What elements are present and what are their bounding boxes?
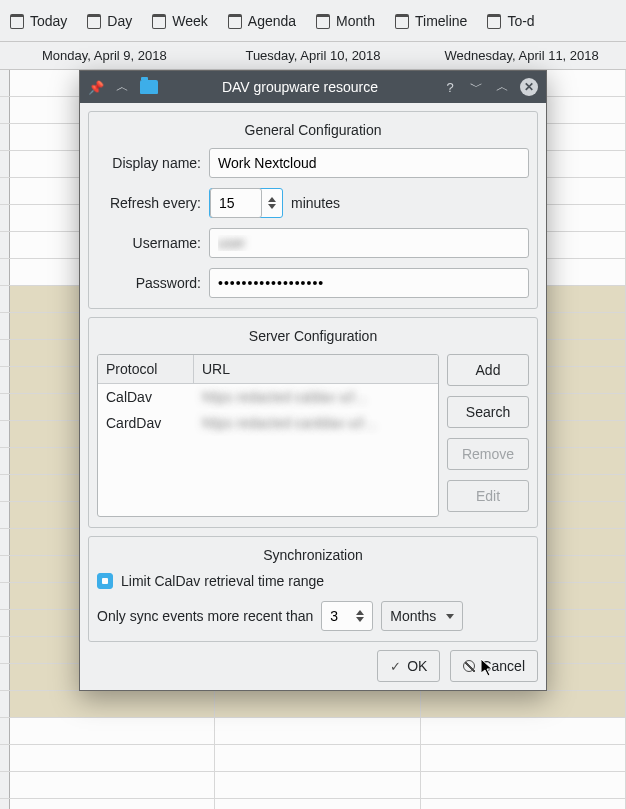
spin-down-icon[interactable] (268, 204, 276, 209)
username-input[interactable] (209, 228, 529, 258)
day-header: Monday, April 9, 2018 (0, 42, 209, 69)
display-name-input[interactable] (209, 148, 529, 178)
month-label: Month (336, 13, 375, 29)
chevron-down-icon (446, 614, 454, 619)
week-label: Week (172, 13, 208, 29)
month-button[interactable]: Month (308, 9, 383, 33)
todo-button[interactable]: To-d (479, 9, 542, 33)
sync-heading: Synchronization (97, 547, 529, 563)
limit-range-label: Limit CalDav retrieval time range (121, 573, 324, 589)
todo-label: To-d (507, 13, 534, 29)
general-config-heading: General Configuration (97, 122, 529, 138)
recent-spinbox[interactable] (321, 601, 373, 631)
edit-label: Edit (476, 488, 500, 504)
today-label: Today (30, 13, 67, 29)
refresh-spinbox[interactable] (209, 188, 283, 218)
password-input[interactable] (209, 268, 529, 298)
display-name-label: Display name: (97, 155, 201, 171)
calendar-icon (228, 14, 242, 28)
dialog-titlebar[interactable]: 📌 ︿ DAV groupware resource ? ﹀ ︿ ✕ (80, 71, 546, 103)
day-header: Wednesday, April 11, 2018 (417, 42, 626, 69)
recent-label: Only sync events more recent than (97, 608, 313, 624)
ok-label: OK (407, 658, 427, 674)
dialog-title: DAV groupware resource (168, 79, 432, 95)
spin-up-icon[interactable] (268, 197, 276, 202)
sync-group: Synchronization Limit CalDav retrieval t… (88, 536, 538, 642)
check-icon (390, 658, 401, 674)
shade-up-icon[interactable]: ︿ (114, 79, 130, 95)
search-label: Search (466, 404, 510, 420)
timeline-button[interactable]: Timeline (387, 9, 475, 33)
close-icon[interactable]: ✕ (520, 78, 538, 96)
day-header-row: Monday, April 9, 2018 Tuesday, April 10,… (0, 42, 626, 70)
table-row[interactable]: CardDav https redacted carddav url .. (98, 410, 438, 436)
spin-up-icon[interactable] (356, 610, 364, 615)
refresh-value-input[interactable] (210, 188, 262, 218)
server-config-group: Server Configuration Protocol URL CalDav… (88, 317, 538, 528)
general-config-group: General Configuration Display name: Refr… (88, 111, 538, 309)
ok-button[interactable]: OK (377, 650, 440, 682)
calendar-icon (152, 14, 166, 28)
server-table-header: Protocol URL (98, 355, 438, 384)
server-table[interactable]: Protocol URL CalDav https redacted calda… (97, 354, 439, 517)
agenda-button[interactable]: Agenda (220, 9, 304, 33)
cell-url: https redacted carddav url .. (194, 410, 438, 436)
recent-unit-combo[interactable]: Months (381, 601, 463, 631)
remove-button[interactable]: Remove (447, 438, 529, 470)
password-label: Password: (97, 275, 201, 291)
server-config-heading: Server Configuration (97, 328, 529, 344)
day-button[interactable]: Day (79, 9, 140, 33)
folder-icon (140, 80, 158, 94)
calendar-icon (395, 14, 409, 28)
maximize-icon[interactable]: ︿ (494, 79, 510, 95)
calendar-icon (316, 14, 330, 28)
minimize-icon[interactable]: ﹀ (468, 79, 484, 95)
add-button[interactable]: Add (447, 354, 529, 386)
week-button[interactable]: Week (144, 9, 216, 33)
calendar-toolbar: Today Day Week Agenda Month Timeline To-… (0, 0, 626, 42)
refresh-label: Refresh every: (97, 195, 201, 211)
username-label: Username: (97, 235, 201, 251)
cell-protocol: CalDav (98, 384, 194, 410)
refresh-unit-label: minutes (291, 195, 340, 211)
edit-button[interactable]: Edit (447, 480, 529, 512)
day-label: Day (107, 13, 132, 29)
add-label: Add (476, 362, 501, 378)
day-header: Tuesday, April 10, 2018 (209, 42, 418, 69)
help-icon[interactable]: ? (442, 79, 458, 95)
recent-value-input[interactable] (322, 602, 350, 630)
spin-down-icon[interactable] (356, 617, 364, 622)
calendar-icon (10, 14, 24, 28)
limit-range-checkbox[interactable] (97, 573, 113, 589)
cancel-label: Cancel (481, 658, 525, 674)
cancel-button[interactable]: Cancel (450, 650, 538, 682)
pin-icon[interactable]: 📌 (88, 79, 104, 95)
calendar-icon (487, 14, 501, 28)
today-button[interactable]: Today (2, 9, 75, 33)
agenda-label: Agenda (248, 13, 296, 29)
recent-unit-label: Months (390, 608, 436, 624)
cell-url: https redacted caldav url .. (194, 384, 438, 410)
calendar-icon (87, 14, 101, 28)
cell-protocol: CardDav (98, 410, 194, 436)
cancel-icon (463, 660, 475, 672)
table-row[interactable]: CalDav https redacted caldav url .. (98, 384, 438, 410)
col-protocol: Protocol (98, 355, 194, 383)
search-button[interactable]: Search (447, 396, 529, 428)
remove-label: Remove (462, 446, 514, 462)
timeline-label: Timeline (415, 13, 467, 29)
dav-resource-dialog: 📌 ︿ DAV groupware resource ? ﹀ ︿ ✕ Gener… (79, 70, 547, 691)
col-url: URL (194, 355, 438, 383)
